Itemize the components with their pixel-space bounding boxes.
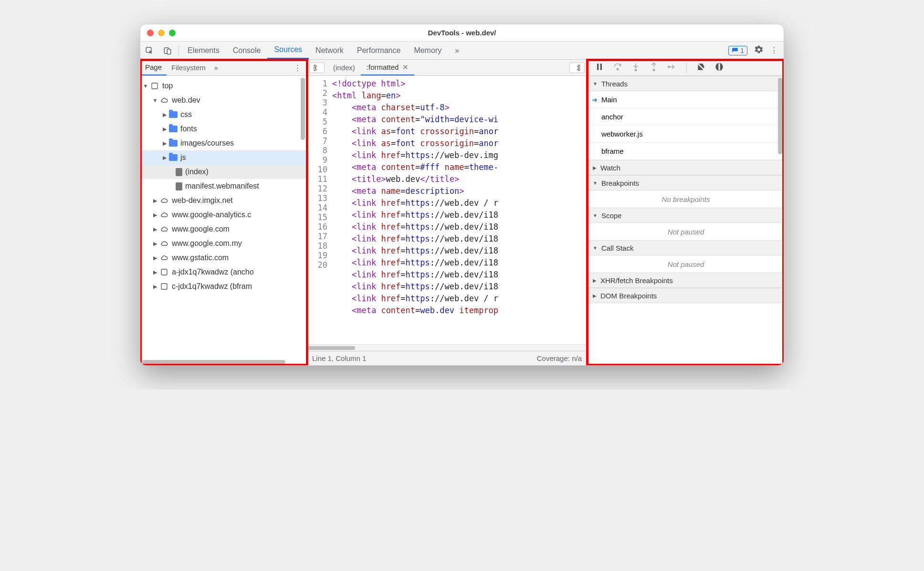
- file-icon: [176, 168, 182, 176]
- navigator-pane: Page Filesystem » ⋮ ▼ top ▼ web.dev ▶css: [140, 60, 306, 365]
- svg-rect-5: [161, 284, 167, 289]
- tree-node-top[interactable]: ▼ top: [140, 79, 306, 93]
- cloud-icon: [159, 240, 169, 247]
- threads-list: Main anchor webworker.js bframe: [588, 91, 784, 160]
- cloud-icon: [159, 211, 169, 219]
- more-menu-icon[interactable]: ⋮: [770, 46, 778, 55]
- titlebar: DevTools - web.dev/: [140, 24, 784, 42]
- step-into-icon[interactable]: [631, 62, 640, 74]
- tree-file-manifest[interactable]: manifest.webmanifest: [140, 179, 306, 193]
- svg-rect-14: [718, 63, 720, 70]
- tree-vscrollbar[interactable]: [301, 78, 305, 140]
- thread-webworker[interactable]: webworker.js: [588, 126, 784, 143]
- breakpoints-empty: No breakpoints: [588, 190, 784, 208]
- thread-main[interactable]: Main: [588, 91, 784, 108]
- main-toolbar: Elements Console Sources Network Perform…: [140, 42, 784, 60]
- tree-folder-css[interactable]: ▶css: [140, 107, 306, 122]
- editor-tab-index[interactable]: (index): [327, 60, 361, 75]
- section-watch[interactable]: ▶Watch: [588, 160, 784, 175]
- tab-console[interactable]: Console: [226, 42, 268, 59]
- debugger-vscrollbar[interactable]: [778, 78, 782, 154]
- section-xhr-breakpoints[interactable]: ▶XHR/fetch Breakpoints: [588, 273, 784, 288]
- navigator-more-icon[interactable]: ⋮: [289, 63, 306, 72]
- devtools-window: DevTools - web.dev/ Elements Console Sou…: [140, 24, 784, 366]
- pause-icon[interactable]: [595, 62, 604, 74]
- editor-hscrollbar[interactable]: [306, 344, 588, 351]
- svg-point-11: [635, 69, 636, 71]
- toolbar-divider: [178, 45, 179, 56]
- file-tree: ▼ top ▼ web.dev ▶css ▶fonts ▶images/cour…: [140, 76, 306, 365]
- thread-anchor[interactable]: anchor: [588, 108, 784, 126]
- code-lines: <!doctype html><html lang=en> <meta char…: [332, 76, 498, 344]
- debugger-pane: ▼Threads Main anchor webworker.js bframe…: [588, 60, 784, 365]
- step-out-icon[interactable]: [649, 62, 659, 74]
- section-scope[interactable]: ▼Scope: [588, 208, 784, 223]
- tree-folder-images[interactable]: ▶images/courses: [140, 136, 306, 150]
- svg-point-13: [668, 66, 670, 67]
- section-breakpoints[interactable]: ▼Breakpoints: [588, 175, 784, 190]
- subtabs-overflow-icon[interactable]: »: [214, 63, 218, 72]
- tree-origin[interactable]: ▶web-dev.imgix.net: [140, 193, 306, 208]
- frame-icon: [159, 283, 169, 290]
- callstack-empty: Not paused: [588, 255, 784, 273]
- tree-origin[interactable]: ▶www.gstatic.com: [140, 251, 306, 265]
- frame-icon: [150, 82, 159, 90]
- debugger-divider: [686, 63, 687, 73]
- tree-node-domain[interactable]: ▼ web.dev: [140, 93, 306, 107]
- section-threads[interactable]: ▼Threads: [588, 76, 784, 91]
- section-callstack[interactable]: ▼Call Stack: [588, 240, 784, 255]
- history-forward-icon[interactable]: [569, 63, 585, 73]
- code-editor[interactable]: 1234567891011121314151617181920 <!doctyp…: [306, 76, 588, 344]
- pause-on-exceptions-icon[interactable]: [714, 62, 724, 74]
- svg-rect-7: [578, 65, 580, 71]
- tree-origin[interactable]: ▶www.google.com: [140, 222, 306, 236]
- navigator-subtabs: Page Filesystem » ⋮: [140, 60, 306, 76]
- tree-file-index[interactable]: (index): [140, 165, 306, 179]
- folder-icon: [169, 154, 178, 161]
- close-tab-icon[interactable]: ✕: [402, 63, 409, 72]
- line-gutter: 1234567891011121314151617181920: [306, 76, 332, 344]
- frame-icon: [159, 268, 169, 276]
- tab-network[interactable]: Network: [309, 42, 350, 59]
- tabs-overflow-icon[interactable]: »: [448, 42, 466, 59]
- editor-tabs: (index) :formatted ✕: [306, 60, 588, 76]
- svg-point-10: [617, 68, 618, 70]
- coverage-status: Coverage: n/a: [537, 354, 582, 362]
- editor-pane: (index) :formatted ✕ 1234567891011121314…: [306, 60, 588, 365]
- thread-bframe[interactable]: bframe: [588, 143, 784, 160]
- tree-frame[interactable]: ▶c-jdx1q7kwadwz (bfram: [140, 279, 306, 294]
- history-back-icon[interactable]: [309, 63, 325, 73]
- subtab-filesystem[interactable]: Filesystem: [167, 60, 210, 75]
- tree-frame[interactable]: ▶a-jdx1q7kwadwz (ancho: [140, 265, 306, 279]
- subtab-page[interactable]: Page: [140, 60, 167, 75]
- tree-folder-fonts[interactable]: ▶fonts: [140, 122, 306, 136]
- svg-rect-2: [167, 49, 171, 54]
- step-over-icon[interactable]: [613, 62, 622, 74]
- tree-origin[interactable]: ▶www.google.com.my: [140, 236, 306, 251]
- tree-folder-js[interactable]: ▶js: [140, 150, 306, 165]
- scope-empty: Not paused: [588, 223, 784, 240]
- svg-rect-3: [152, 83, 158, 89]
- svg-point-12: [653, 69, 654, 71]
- section-dom-breakpoints[interactable]: ▶DOM Breakpoints: [588, 288, 784, 303]
- tab-memory[interactable]: Memory: [407, 42, 448, 59]
- tree-hscrollbar[interactable]: [142, 360, 285, 364]
- window-title: DevTools - web.dev/: [140, 29, 784, 37]
- tab-performance[interactable]: Performance: [350, 42, 408, 59]
- cursor-position: Line 1, Column 1: [312, 354, 366, 362]
- issues-badge[interactable]: 1: [728, 46, 747, 55]
- sources-panes: Page Filesystem » ⋮ ▼ top ▼ web.dev ▶css: [140, 60, 784, 365]
- editor-tab-formatted[interactable]: :formatted ✕: [361, 60, 415, 75]
- svg-rect-4: [161, 269, 167, 275]
- device-toggle-icon[interactable]: [158, 42, 177, 59]
- tree-origin[interactable]: ▶www.google-analytics.c: [140, 208, 306, 222]
- issues-count: 1: [740, 47, 744, 54]
- step-icon[interactable]: [667, 62, 677, 74]
- cloud-icon: [159, 96, 169, 104]
- cloud-icon: [159, 254, 169, 262]
- tab-elements[interactable]: Elements: [181, 42, 226, 59]
- settings-icon[interactable]: [754, 45, 764, 56]
- deactivate-breakpoints-icon[interactable]: [696, 62, 706, 74]
- tab-sources[interactable]: Sources: [267, 42, 309, 59]
- inspect-element-icon[interactable]: [140, 42, 158, 59]
